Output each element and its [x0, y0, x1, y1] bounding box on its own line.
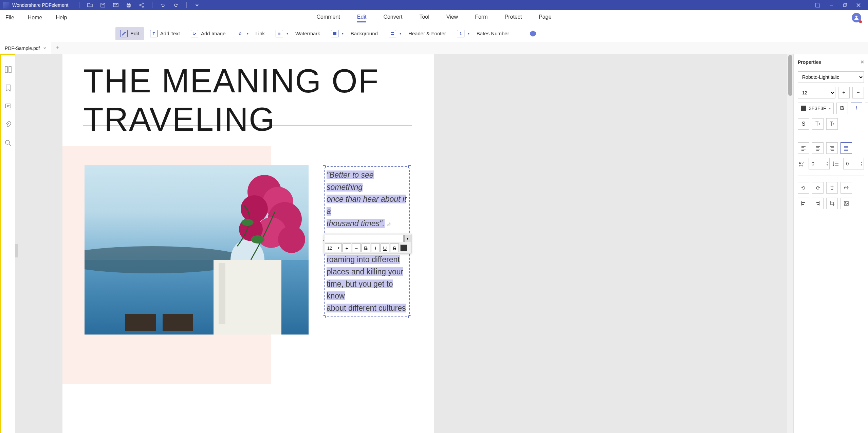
font-family-select[interactable]: [325, 235, 404, 242]
svg-point-11: [855, 16, 857, 18]
maximize-button[interactable]: [838, 0, 852, 10]
scrollbar-thumb[interactable]: [788, 55, 792, 96]
rotate-right-button[interactable]: [812, 182, 824, 194]
replace-image-button[interactable]: [841, 198, 852, 209]
menu-form[interactable]: Form: [475, 13, 487, 22]
heading-text-box[interactable]: THE MEANING OF TRAVELING: [83, 75, 412, 126]
tool-watermark[interactable]: ▾ Watermark: [271, 27, 325, 40]
document-canvas[interactable]: THE MEANING OF TRAVELING: [15, 54, 793, 433]
strikethrough-button[interactable]: S: [390, 243, 399, 252]
tool-bates-number[interactable]: 1 ▾ Bates Number: [452, 27, 514, 40]
resize-handle[interactable]: [408, 165, 411, 168]
italic-button[interactable]: I: [851, 103, 862, 114]
ai-assistant-icon[interactable]: [529, 30, 537, 38]
redo-icon[interactable]: [173, 2, 179, 8]
align-left-button[interactable]: [798, 142, 809, 154]
notification-icon[interactable]: [811, 0, 825, 10]
flip-horizontal-button[interactable]: [841, 182, 852, 194]
align-objects-right-button[interactable]: [812, 198, 824, 209]
bold-button[interactable]: B: [362, 243, 370, 252]
tool-header-footer[interactable]: ▾ Header & Footer: [384, 27, 451, 40]
decrease-size-button[interactable]: −: [852, 87, 864, 98]
font-family-select[interactable]: Roboto-LightItalic: [798, 71, 864, 83]
document-tab[interactable]: PDF-Sample.pdf ×: [0, 42, 51, 54]
menu-edit[interactable]: Edit: [357, 13, 367, 22]
dropdown-arrow-icon[interactable]: ▾: [342, 32, 345, 35]
dropdown-arrow-icon[interactable]: ▾: [400, 32, 403, 35]
tool-link[interactable]: ▾ Link: [232, 28, 270, 40]
mail-icon[interactable]: [113, 2, 119, 8]
attachments-icon[interactable]: [4, 121, 12, 129]
tool-add-image[interactable]: Add Image: [186, 27, 230, 40]
flip-vertical-button[interactable]: [826, 182, 838, 194]
save-icon[interactable]: [100, 2, 106, 8]
menu-convert[interactable]: Convert: [383, 13, 402, 22]
user-avatar[interactable]: [852, 13, 861, 22]
dropdown-arrow-icon[interactable]: ▾: [287, 32, 290, 35]
resize-handle[interactable]: [323, 165, 326, 168]
tool-background[interactable]: ▾ Background: [326, 27, 383, 40]
menu-protect[interactable]: Protect: [504, 13, 522, 22]
tool-label: Edit: [130, 31, 139, 36]
underline-button[interactable]: U: [865, 103, 868, 114]
align-justify-button[interactable]: [841, 142, 852, 154]
more-icon[interactable]: [194, 2, 200, 8]
text-color-select[interactable]: 3E3E3F ▾: [798, 103, 834, 114]
menubar: File Home Help Comment Edit Convert Tool…: [0, 10, 868, 25]
increase-size-button[interactable]: +: [343, 243, 351, 252]
tab-close-icon[interactable]: ×: [43, 46, 46, 51]
share-icon[interactable]: [138, 2, 145, 8]
font-size-select[interactable]: 12: [798, 87, 835, 98]
line-spacing-input[interactable]: 0 ▴▾: [843, 158, 864, 169]
properties-panel: Properties × Roboto-LightItalic 12 + − 3…: [793, 54, 868, 433]
minimize-button[interactable]: [825, 0, 838, 10]
align-right-button[interactable]: [826, 142, 838, 154]
dropdown-arrow-icon[interactable]: ▾: [468, 32, 471, 35]
decrease-size-button[interactable]: −: [352, 243, 361, 252]
tool-add-text[interactable]: T Add Text: [145, 27, 185, 40]
new-tab-button[interactable]: +: [51, 42, 63, 54]
open-folder-icon[interactable]: [87, 2, 93, 8]
italic-button[interactable]: I: [371, 243, 380, 252]
sidebar-collapse-handle[interactable]: [15, 244, 18, 257]
search-icon[interactable]: [4, 139, 12, 147]
panel-close-icon[interactable]: ×: [861, 59, 864, 65]
superscript-button[interactable]: T1: [812, 118, 824, 130]
svg-rect-10: [844, 3, 847, 6]
bookmarks-icon[interactable]: [4, 84, 12, 92]
menu-page[interactable]: Page: [539, 13, 551, 22]
thumbnails-icon[interactable]: [4, 66, 12, 74]
image-placeholder[interactable]: [85, 165, 309, 335]
divider: [798, 176, 864, 176]
comments-icon[interactable]: [4, 102, 12, 110]
resize-handle[interactable]: [408, 315, 411, 318]
svg-point-6: [142, 6, 144, 7]
crop-button[interactable]: [826, 198, 838, 209]
menu-home[interactable]: Home: [28, 13, 42, 22]
menu-tool[interactable]: Tool: [419, 13, 429, 22]
text-color-swatch[interactable]: [400, 245, 407, 251]
strikethrough-button[interactable]: S: [798, 118, 809, 130]
increase-size-button[interactable]: +: [838, 87, 850, 98]
menu-view[interactable]: View: [446, 13, 458, 22]
undo-icon[interactable]: [160, 2, 166, 8]
subscript-button[interactable]: T1: [826, 118, 838, 130]
svg-rect-39: [163, 314, 193, 331]
align-objects-left-button[interactable]: [798, 198, 809, 209]
print-icon[interactable]: [126, 2, 132, 8]
tool-label: Add Image: [201, 31, 226, 36]
close-button[interactable]: [852, 0, 865, 10]
tool-edit[interactable]: Edit: [115, 27, 144, 40]
underline-button[interactable]: U: [381, 243, 389, 252]
dropdown-arrow-icon[interactable]: ▾: [247, 32, 250, 35]
rotate-left-button[interactable]: [798, 182, 809, 194]
align-center-button[interactable]: [812, 142, 824, 154]
font-size-select[interactable]: 12▾: [325, 243, 342, 252]
dropdown-arrow-icon[interactable]: ▾: [404, 235, 410, 242]
bold-button[interactable]: B: [836, 103, 848, 114]
menu-file[interactable]: File: [5, 13, 14, 22]
char-spacing-input[interactable]: 0 ▴▾: [809, 158, 830, 169]
resize-handle[interactable]: [323, 315, 326, 318]
menu-help[interactable]: Help: [56, 13, 67, 22]
menu-comment[interactable]: Comment: [316, 13, 340, 22]
